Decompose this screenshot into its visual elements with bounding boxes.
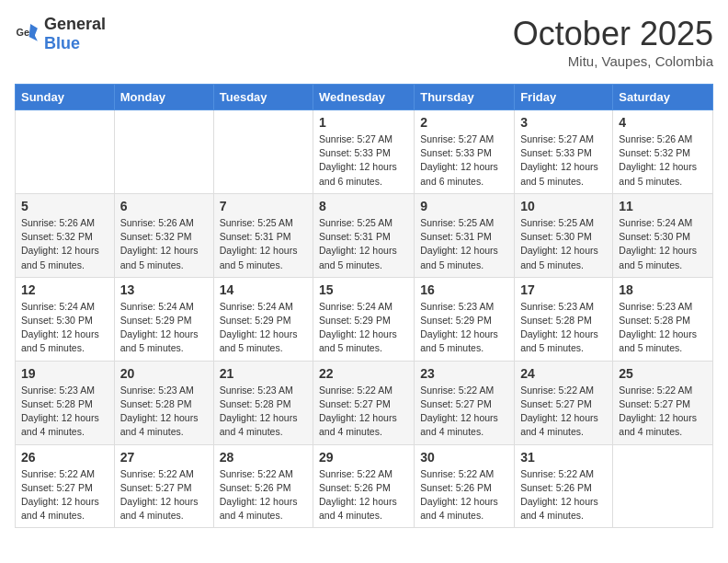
day-number: 3 (520, 115, 607, 130)
calendar-cell: 27Sunrise: 5:22 AM Sunset: 5:27 PM Dayli… (114, 444, 213, 528)
day-info: Sunrise: 5:27 AM Sunset: 5:33 PM Dayligh… (420, 132, 508, 189)
day-info: Sunrise: 5:22 AM Sunset: 5:26 PM Dayligh… (220, 467, 307, 523)
calendar-week-row: 26Sunrise: 5:22 AM Sunset: 5:27 PM Dayli… (16, 444, 713, 528)
day-number: 27 (120, 450, 208, 465)
weekday-header-saturday: Saturday (613, 85, 713, 110)
calendar-cell: 12Sunrise: 5:24 AM Sunset: 5:30 PM Dayli… (16, 277, 115, 361)
calendar-cell (16, 110, 115, 194)
day-number: 25 (619, 366, 707, 381)
day-number: 31 (520, 450, 607, 465)
calendar-cell (213, 110, 313, 194)
day-info: Sunrise: 5:25 AM Sunset: 5:31 PM Dayligh… (319, 216, 408, 272)
calendar-cell: 8Sunrise: 5:25 AM Sunset: 5:31 PM Daylig… (313, 193, 415, 277)
weekday-header-monday: Monday (114, 85, 213, 110)
day-info: Sunrise: 5:23 AM Sunset: 5:28 PM Dayligh… (21, 384, 108, 440)
day-info: Sunrise: 5:23 AM Sunset: 5:28 PM Dayligh… (520, 300, 607, 356)
day-info: Sunrise: 5:26 AM Sunset: 5:32 PM Dayligh… (21, 216, 108, 272)
day-info: Sunrise: 5:22 AM Sunset: 5:27 PM Dayligh… (520, 384, 607, 440)
calendar-cell: 2Sunrise: 5:27 AM Sunset: 5:33 PM Daylig… (415, 110, 515, 194)
calendar-cell: 18Sunrise: 5:23 AM Sunset: 5:28 PM Dayli… (613, 277, 713, 361)
calendar-cell: 3Sunrise: 5:27 AM Sunset: 5:33 PM Daylig… (515, 110, 613, 194)
calendar-cell: 22Sunrise: 5:22 AM Sunset: 5:27 PM Dayli… (313, 361, 415, 444)
day-number: 9 (420, 199, 508, 213)
day-number: 4 (619, 115, 707, 130)
calendar-cell: 10Sunrise: 5:25 AM Sunset: 5:30 PM Dayli… (515, 193, 613, 277)
calendar-cell: 24Sunrise: 5:22 AM Sunset: 5:27 PM Dayli… (515, 361, 613, 444)
weekday-header-tuesday: Tuesday (213, 85, 313, 110)
calendar-cell: 7Sunrise: 5:25 AM Sunset: 5:31 PM Daylig… (213, 193, 313, 277)
calendar-cell: 31Sunrise: 5:22 AM Sunset: 5:26 PM Dayli… (515, 444, 613, 528)
logo-icon: Gen (15, 21, 40, 47)
day-number: 24 (520, 366, 607, 381)
day-info: Sunrise: 5:22 AM Sunset: 5:26 PM Dayligh… (520, 467, 607, 523)
calendar-cell: 4Sunrise: 5:26 AM Sunset: 5:32 PM Daylig… (613, 110, 713, 194)
calendar-cell: 1Sunrise: 5:27 AM Sunset: 5:33 PM Daylig… (313, 110, 415, 194)
day-number: 17 (520, 282, 607, 297)
logo-text-blue: Blue (44, 34, 80, 52)
calendar-cell: 6Sunrise: 5:26 AM Sunset: 5:32 PM Daylig… (114, 193, 213, 277)
day-info: Sunrise: 5:24 AM Sunset: 5:29 PM Dayligh… (120, 300, 208, 356)
calendar-cell: 16Sunrise: 5:23 AM Sunset: 5:29 PM Dayli… (415, 277, 515, 361)
day-number: 20 (120, 366, 208, 381)
weekday-header-thursday: Thursday (415, 85, 515, 110)
weekday-header-wednesday: Wednesday (313, 85, 415, 110)
day-info: Sunrise: 5:24 AM Sunset: 5:29 PM Dayligh… (319, 300, 408, 356)
calendar-cell: 26Sunrise: 5:22 AM Sunset: 5:27 PM Dayli… (16, 444, 115, 528)
day-number: 30 (420, 450, 508, 465)
day-info: Sunrise: 5:24 AM Sunset: 5:29 PM Dayligh… (220, 300, 307, 356)
day-info: Sunrise: 5:26 AM Sunset: 5:32 PM Dayligh… (619, 132, 707, 189)
calendar-cell: 20Sunrise: 5:23 AM Sunset: 5:28 PM Dayli… (114, 361, 213, 444)
day-number: 19 (21, 366, 108, 381)
day-number: 7 (220, 199, 307, 213)
day-info: Sunrise: 5:25 AM Sunset: 5:31 PM Dayligh… (420, 216, 508, 272)
day-info: Sunrise: 5:22 AM Sunset: 5:26 PM Dayligh… (319, 467, 408, 523)
calendar-cell (613, 444, 713, 528)
day-info: Sunrise: 5:25 AM Sunset: 5:30 PM Dayligh… (520, 216, 607, 272)
day-info: Sunrise: 5:27 AM Sunset: 5:33 PM Dayligh… (520, 132, 607, 189)
calendar-cell: 17Sunrise: 5:23 AM Sunset: 5:28 PM Dayli… (515, 277, 613, 361)
calendar-cell: 15Sunrise: 5:24 AM Sunset: 5:29 PM Dayli… (313, 277, 415, 361)
day-number: 29 (319, 450, 408, 465)
day-number: 5 (21, 199, 108, 213)
day-number: 18 (619, 282, 707, 297)
day-number: 8 (319, 199, 408, 213)
day-info: Sunrise: 5:23 AM Sunset: 5:28 PM Dayligh… (120, 384, 208, 440)
day-info: Sunrise: 5:22 AM Sunset: 5:27 PM Dayligh… (21, 467, 108, 523)
day-info: Sunrise: 5:22 AM Sunset: 5:27 PM Dayligh… (120, 467, 208, 523)
day-number: 26 (21, 450, 108, 465)
calendar-week-row: 5Sunrise: 5:26 AM Sunset: 5:32 PM Daylig… (16, 193, 713, 277)
calendar-cell: 21Sunrise: 5:23 AM Sunset: 5:28 PM Dayli… (213, 361, 313, 444)
day-info: Sunrise: 5:26 AM Sunset: 5:32 PM Dayligh… (120, 216, 208, 272)
page-header: Gen General Blue October 2025 Mitu, Vaup… (15, 15, 713, 69)
day-number: 11 (619, 199, 707, 213)
day-number: 13 (120, 282, 208, 297)
calendar-cell: 23Sunrise: 5:22 AM Sunset: 5:27 PM Dayli… (415, 361, 515, 444)
month-title: October 2025 (513, 15, 713, 53)
calendar-cell: 29Sunrise: 5:22 AM Sunset: 5:26 PM Dayli… (313, 444, 415, 528)
location-title: Mitu, Vaupes, Colombia (513, 53, 713, 69)
day-info: Sunrise: 5:24 AM Sunset: 5:30 PM Dayligh… (21, 300, 108, 356)
day-info: Sunrise: 5:23 AM Sunset: 5:28 PM Dayligh… (619, 300, 707, 356)
day-info: Sunrise: 5:22 AM Sunset: 5:26 PM Dayligh… (420, 467, 508, 523)
weekday-header-friday: Friday (515, 85, 613, 110)
calendar-cell: 25Sunrise: 5:22 AM Sunset: 5:27 PM Dayli… (613, 361, 713, 444)
logo-text-general: General (44, 15, 106, 33)
day-info: Sunrise: 5:24 AM Sunset: 5:30 PM Dayligh… (619, 216, 707, 272)
day-number: 14 (220, 282, 307, 297)
day-number: 2 (420, 115, 508, 130)
logo: Gen General Blue (15, 15, 106, 53)
calendar-cell: 28Sunrise: 5:22 AM Sunset: 5:26 PM Dayli… (213, 444, 313, 528)
day-number: 22 (319, 366, 408, 381)
calendar-table: SundayMondayTuesdayWednesdayThursdayFrid… (15, 84, 713, 528)
day-number: 23 (420, 366, 508, 381)
day-number: 12 (21, 282, 108, 297)
day-info: Sunrise: 5:22 AM Sunset: 5:27 PM Dayligh… (420, 384, 508, 440)
day-number: 10 (520, 199, 607, 213)
weekday-header-row: SundayMondayTuesdayWednesdayThursdayFrid… (16, 85, 713, 110)
day-number: 15 (319, 282, 408, 297)
day-info: Sunrise: 5:23 AM Sunset: 5:29 PM Dayligh… (420, 300, 508, 356)
day-number: 6 (120, 199, 208, 213)
calendar-cell: 19Sunrise: 5:23 AM Sunset: 5:28 PM Dayli… (16, 361, 115, 444)
calendar-week-row: 19Sunrise: 5:23 AM Sunset: 5:28 PM Dayli… (16, 361, 713, 444)
title-block: October 2025 Mitu, Vaupes, Colombia (513, 15, 713, 69)
